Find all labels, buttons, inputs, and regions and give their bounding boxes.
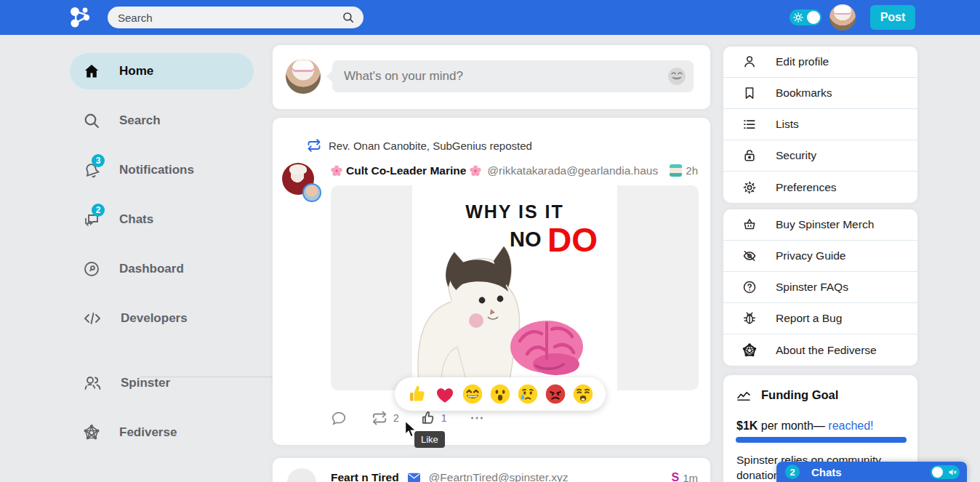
header-search[interactable] bbox=[108, 7, 364, 28]
sidebar-item-notifications[interactable]: 3 Notifications bbox=[70, 152, 254, 188]
next-post-avatar[interactable] bbox=[287, 468, 316, 482]
menu-item-faqs[interactable]: Spinster FAQs bbox=[723, 272, 917, 303]
sidebar-item-developers[interactable]: Developers bbox=[70, 300, 254, 337]
sidebar-item-dashboard[interactable]: Dashboard bbox=[70, 251, 254, 287]
cat-illustration bbox=[412, 185, 617, 390]
search-icon bbox=[342, 11, 355, 24]
code-icon bbox=[83, 310, 102, 327]
funding-dash: — bbox=[814, 419, 828, 432]
funding-title: Funding Goal bbox=[761, 388, 838, 402]
post-display-name[interactable]: Cult Co-Leader Marine bbox=[346, 164, 466, 177]
funding-progress-bar bbox=[736, 437, 907, 443]
reaction-angry[interactable] bbox=[545, 383, 566, 405]
fediverse-filled-icon bbox=[742, 343, 757, 358]
reposter-mini-avatar[interactable] bbox=[302, 183, 321, 202]
search-input[interactable] bbox=[118, 12, 342, 24]
chats-panel-badge: 2 bbox=[785, 465, 800, 479]
dashboard-gauge-icon bbox=[83, 260, 100, 278]
compose-user-avatar[interactable] bbox=[286, 59, 321, 94]
repost-count: 2 bbox=[393, 412, 399, 424]
post-actions: 2 1 bbox=[331, 410, 486, 426]
like-icon bbox=[420, 410, 436, 426]
miku-emoji bbox=[670, 164, 682, 177]
search-icon bbox=[83, 112, 100, 129]
reaction-picker bbox=[395, 377, 606, 411]
sidebar-item-fediverse[interactable]: Fediverse bbox=[70, 414, 254, 451]
people-icon bbox=[83, 374, 102, 392]
basket-icon bbox=[742, 217, 757, 232]
funding-title-row: Funding Goal bbox=[736, 388, 838, 402]
chats-panel-bar[interactable]: 2 Chats bbox=[776, 462, 967, 482]
sidebar-item-label: Search bbox=[119, 113, 161, 128]
sidebar-item-home[interactable]: Home bbox=[70, 53, 254, 89]
menu-item-lists[interactable]: Lists bbox=[723, 109, 917, 140]
menu-item-preferences[interactable]: Preferences bbox=[723, 172, 917, 203]
more-dots-icon bbox=[468, 410, 486, 426]
current-user-avatar[interactable] bbox=[830, 4, 856, 31]
like-tooltip: Like bbox=[414, 431, 445, 448]
spinster-logo-icon[interactable] bbox=[68, 6, 92, 29]
theme-toggle[interactable] bbox=[790, 9, 822, 25]
next-post-display-name[interactable]: Feart n Tired bbox=[331, 471, 399, 482]
fediverse-icon bbox=[83, 424, 100, 441]
post-handle[interactable]: @rikkatakarada@gearlandia.haus bbox=[487, 164, 658, 177]
post-timestamp[interactable]: 2h bbox=[686, 164, 698, 177]
menu-item-edit-profile[interactable]: Edit profile bbox=[723, 47, 917, 78]
emoji-picker-icon[interactable] bbox=[667, 67, 686, 86]
like-button[interactable]: 1 bbox=[420, 410, 447, 426]
compose-input[interactable] bbox=[344, 69, 662, 84]
speaker-muted-icon bbox=[948, 467, 957, 477]
more-button[interactable] bbox=[468, 410, 486, 426]
funding-reached-link[interactable]: reached! bbox=[828, 419, 873, 432]
sidebar-item-label: Fediverse bbox=[119, 425, 177, 440]
like-count: 1 bbox=[441, 412, 447, 424]
reply-icon bbox=[331, 410, 347, 426]
reaction-crying[interactable] bbox=[517, 383, 539, 405]
bookmark-icon bbox=[742, 86, 757, 100]
reply-button[interactable] bbox=[331, 410, 347, 426]
funding-goal-line: $1K per month— reached! bbox=[736, 419, 874, 433]
menu-label: Buy Spinster Merch bbox=[776, 218, 874, 231]
repost-icon bbox=[371, 410, 388, 426]
reaction-laughing[interactable] bbox=[462, 383, 483, 405]
next-post-time-group[interactable]: S 1m bbox=[671, 471, 698, 482]
sidebar-item-spinster[interactable]: Spinster bbox=[70, 365, 254, 401]
profile-menu-card: Edit profile Bookmarks Lists Security Pr… bbox=[723, 47, 917, 203]
notifications-badge: 3 bbox=[92, 154, 105, 167]
menu-label: Lists bbox=[776, 118, 799, 131]
next-post-handle[interactable]: @FeartnTired@spinster.xyz bbox=[429, 471, 569, 482]
chats-sound-toggle[interactable] bbox=[931, 465, 960, 479]
menu-item-about-fediverse[interactable]: About the Fediverse bbox=[723, 334, 917, 366]
menu-item-merch[interactable]: Buy Spinster Merch bbox=[723, 209, 917, 241]
reaction-thumbs-up[interactable] bbox=[406, 383, 428, 405]
list-icon bbox=[742, 117, 757, 132]
reaction-surprised[interactable] bbox=[489, 383, 511, 405]
envelope-emoji bbox=[408, 473, 420, 482]
repost-button[interactable]: 2 bbox=[371, 410, 399, 426]
chats-panel-label: Chats bbox=[811, 466, 931, 478]
menu-item-report-bug[interactable]: Report a Bug bbox=[723, 303, 917, 334]
post-image[interactable]: WHY IS IT NO DO bbox=[331, 185, 699, 390]
reposted-by-text[interactable]: Rev. Onan Canobite, SubGenius reposted bbox=[329, 140, 532, 152]
theme-toggle-knob bbox=[807, 11, 820, 24]
post-time-group[interactable]: 2h bbox=[670, 164, 698, 177]
sidebar-item-chats[interactable]: 2 Chats bbox=[70, 201, 254, 238]
menu-item-security[interactable]: Security bbox=[723, 140, 917, 172]
reaction-heart[interactable] bbox=[434, 383, 456, 405]
compose-field[interactable] bbox=[332, 60, 694, 92]
sun-icon bbox=[793, 12, 803, 23]
post-name-row: Cult Co-Leader Marine @rikkatakarada@gea… bbox=[331, 164, 698, 177]
chats-sound-toggle-knob bbox=[932, 467, 943, 478]
top-header-bar: Post bbox=[0, 0, 980, 35]
next-post-timestamp[interactable]: 1m bbox=[683, 472, 698, 482]
reaction-weary[interactable] bbox=[572, 383, 594, 405]
menu-label: Edit profile bbox=[776, 55, 829, 68]
cherry-blossom-emoji bbox=[331, 165, 342, 177]
menu-label: Privacy Guide bbox=[776, 249, 846, 262]
funding-period: per month bbox=[758, 419, 813, 432]
menu-item-bookmarks[interactable]: Bookmarks bbox=[723, 78, 917, 109]
next-post-card: Feart n Tired @FeartnTired@spinster.xyz … bbox=[273, 458, 710, 482]
post-button[interactable]: Post bbox=[870, 5, 915, 30]
menu-item-privacy-guide[interactable]: Privacy Guide bbox=[723, 241, 917, 272]
sidebar-item-search[interactable]: Search bbox=[70, 103, 254, 139]
